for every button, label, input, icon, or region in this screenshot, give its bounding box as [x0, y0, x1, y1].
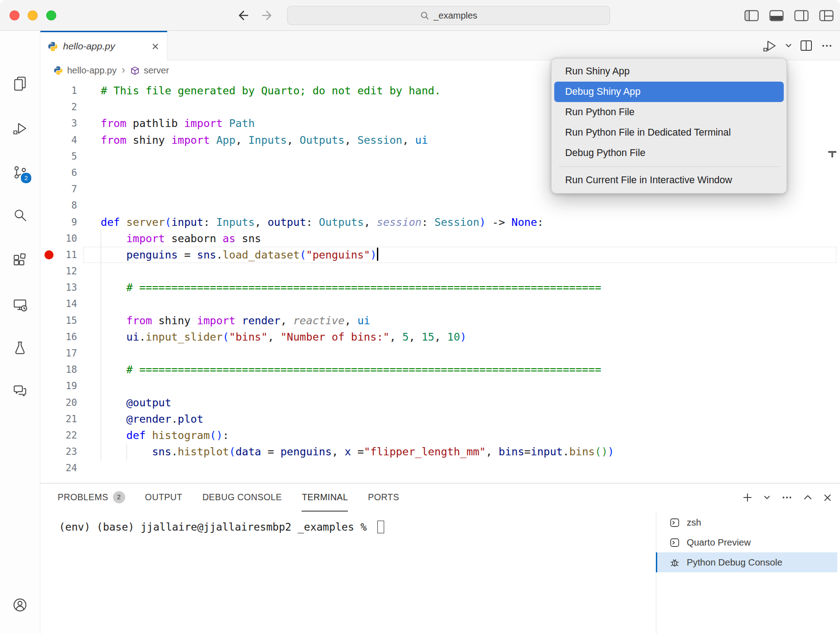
split-editor-icon[interactable] — [799, 39, 813, 53]
editor-gutter[interactable]: 13 — [40, 279, 101, 296]
run-or-debug-button[interactable] — [762, 38, 778, 54]
code-text[interactable] — [101, 460, 840, 476]
source-control-icon[interactable]: 2 — [11, 164, 29, 181]
code-line[interactable]: 18 # ===================================… — [40, 361, 840, 378]
code-line[interactable]: 23 sns.histplot(data = penguins, x ="fli… — [40, 444, 840, 460]
editor-gutter[interactable]: 18 — [40, 361, 101, 378]
terminal-session-quarto-preview[interactable]: Quarto Preview — [656, 532, 837, 552]
editor-gutter[interactable]: 17 — [40, 345, 101, 361]
zoom-window-button[interactable] — [46, 10, 56, 20]
terminal-output[interactable]: (env) (base) jjallaire@jjallairesmbp2 _e… — [59, 521, 384, 533]
code-text[interactable]: penguins = sns.load_dataset("penguins") — [101, 247, 840, 263]
layout-sidebar-left-icon[interactable] — [744, 10, 759, 21]
search-sidebar-icon[interactable] — [11, 207, 29, 224]
editor-gutter[interactable]: 1 — [40, 83, 101, 99]
editor-gutter[interactable]: 11 — [40, 247, 101, 263]
editor-gutter[interactable]: 5 — [40, 148, 101, 165]
code-text[interactable]: def histogram(): — [101, 427, 840, 444]
command-center-search[interactable]: _examples — [287, 6, 610, 25]
code-text[interactable]: # ======================================… — [101, 279, 840, 296]
editor-gutter[interactable]: 22 — [40, 427, 101, 444]
remote-explorer-icon[interactable] — [11, 296, 29, 313]
extensions-icon[interactable] — [11, 251, 29, 268]
code-text[interactable] — [101, 345, 840, 361]
code-line[interactable]: 21 @render.plot — [40, 411, 840, 427]
account-icon[interactable] — [11, 596, 29, 614]
code-text[interactable]: sns.histplot(data = penguins, x ="flippe… — [101, 444, 840, 460]
code-text[interactable]: import seaborn as sns — [101, 230, 840, 247]
menu-item-debug-python-file[interactable]: Debug Python File — [554, 143, 784, 163]
menu-item-run-current-file-in-interactive-window[interactable]: Run Current File in Interactive Window — [554, 170, 784, 190]
code-line[interactable]: 15 from shiny import render, reactive, u… — [40, 312, 840, 329]
menu-item-debug-shiny-app[interactable]: Debug Shiny App — [554, 82, 784, 102]
editor-gutter[interactable]: 9 — [40, 214, 101, 230]
testing-icon[interactable] — [11, 339, 29, 356]
code-line[interactable]: 19 — [40, 378, 840, 394]
forward-button[interactable] — [260, 8, 275, 23]
minimize-window-button[interactable] — [28, 10, 38, 20]
code-text[interactable] — [101, 296, 840, 312]
menu-item-run-python-file[interactable]: Run Python File — [554, 102, 784, 122]
layout-sidebar-right-icon[interactable] — [794, 10, 809, 21]
editor-gutter[interactable]: 14 — [40, 296, 101, 312]
layout-panel-icon[interactable] — [769, 10, 784, 21]
explorer-icon[interactable] — [11, 75, 29, 92]
editor-gutter[interactable]: 8 — [40, 197, 101, 214]
code-line[interactable]: 24 — [40, 460, 840, 476]
editor-gutter[interactable]: 15 — [40, 312, 101, 329]
code-line[interactable]: 11 penguins = sns.load_dataset("penguins… — [40, 247, 840, 263]
menu-item-run-shiny-app[interactable]: Run Shiny App — [554, 61, 784, 82]
editor-gutter[interactable]: 10 — [40, 230, 101, 247]
code-line[interactable]: 12 — [40, 263, 840, 279]
maximize-panel-icon[interactable] — [803, 493, 813, 502]
back-button[interactable] — [235, 8, 250, 23]
panel-tab-debug-console[interactable]: DEBUG CONSOLE — [202, 483, 282, 512]
code-line[interactable]: 17 — [40, 345, 840, 361]
editor-gutter[interactable]: 16 — [40, 329, 101, 345]
editor-tab-hello-app[interactable]: hello-app.py — [40, 31, 167, 60]
code-line[interactable]: 8 — [40, 197, 840, 214]
code-text[interactable]: def server(input: Inputs, output: Output… — [101, 214, 840, 230]
run-and-debug-icon[interactable] — [11, 120, 29, 137]
code-text[interactable] — [101, 263, 840, 279]
menu-item-run-python-file-in-dedicated-terminal[interactable]: Run Python File in Dedicated Terminal — [554, 122, 784, 143]
breadcrumb-symbol[interactable]: server — [144, 65, 169, 76]
editor-more-actions-icon[interactable] — [820, 39, 834, 53]
code-text[interactable]: ui.input_slider("bins", "Number of bins:… — [101, 329, 840, 345]
code-line[interactable]: 20 @output — [40, 395, 840, 411]
run-dropdown-chevron-icon[interactable] — [785, 42, 792, 49]
editor-gutter[interactable]: 4 — [40, 132, 101, 148]
code-text[interactable]: from shiny import render, reactive, ui — [101, 312, 840, 329]
code-line[interactable]: 14 — [40, 296, 840, 312]
panel-more-actions-icon[interactable] — [781, 491, 793, 504]
editor-gutter[interactable]: 12 — [40, 263, 101, 279]
panel-tab-ports[interactable]: PORTS — [368, 483, 399, 512]
code-text[interactable]: # ======================================… — [101, 361, 840, 378]
editor-gutter[interactable]: 6 — [40, 165, 101, 181]
chat-icon[interactable] — [11, 382, 29, 400]
code-text[interactable] — [101, 197, 840, 214]
editor-gutter[interactable]: 23 — [40, 444, 101, 460]
code-line[interactable]: 22 def histogram(): — [40, 427, 840, 444]
close-tab-icon[interactable] — [151, 42, 160, 51]
code-line[interactable]: 10 import seaborn as sns — [40, 230, 840, 247]
breakpoint-dot[interactable] — [44, 250, 54, 259]
panel-tab-output[interactable]: OUTPUT — [145, 483, 183, 512]
editor-gutter[interactable]: 24 — [40, 460, 101, 476]
breadcrumb-file[interactable]: hello-app.py — [67, 65, 117, 76]
panel-tab-problems[interactable]: PROBLEMS2 — [58, 483, 125, 512]
code-line[interactable]: 13 # ===================================… — [40, 279, 840, 296]
editor-gutter[interactable]: 19 — [40, 378, 101, 394]
close-panel-icon[interactable] — [822, 493, 833, 503]
terminal-dropdown-chevron-icon[interactable] — [763, 493, 771, 502]
new-terminal-icon[interactable] — [742, 492, 753, 503]
code-line[interactable]: 16 ui.input_slider("bins", "Number of bi… — [40, 329, 840, 345]
editor-gutter[interactable]: 20 — [40, 395, 101, 411]
code-line[interactable]: 9def server(input: Inputs, output: Outpu… — [40, 214, 840, 230]
panel-tab-terminal[interactable]: TERMINAL — [302, 483, 348, 512]
customize-layout-icon[interactable] — [819, 10, 834, 21]
terminal-session-python-debug-console[interactable]: Python Debug Console — [656, 552, 837, 572]
editor-gutter[interactable]: 3 — [40, 115, 101, 132]
editor-gutter[interactable]: 7 — [40, 181, 101, 197]
close-window-button[interactable] — [10, 10, 20, 20]
